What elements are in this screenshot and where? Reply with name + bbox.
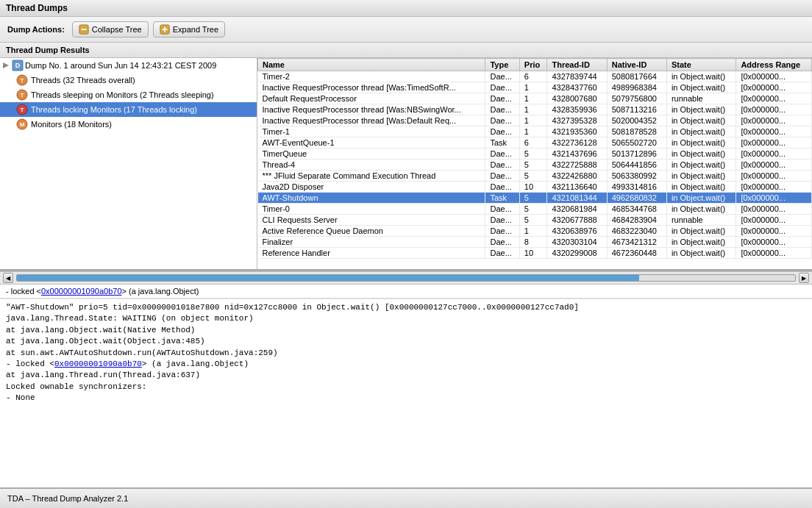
code-line: java.lang.Thread.State: WAITING (on obje… [6,313,806,324]
scrollbar-track[interactable] [16,274,796,282]
threads-table: Name Type Prio Thread-ID Native-ID State… [257,58,812,259]
table-cell: Dae... [485,226,519,237]
table-cell: Dae... [485,171,519,182]
table-row[interactable]: AWT-EventQueue-1Task64322736128506550272… [258,137,812,149]
table-row[interactable]: Timer-1Dae...143219353605081878528in Obj… [258,126,812,137]
threads-all-label: Threads (32 Threads overall) [31,76,135,85]
table-cell: 8 [519,237,547,248]
table-cell: 4685344768 [607,204,666,215]
table-cell: 4328437760 [547,82,607,93]
main-content: Thread Dump Results D Dump No. 1 around … [0,43,812,487]
scroll-left-button[interactable]: ◀ [3,273,13,283]
table-row[interactable]: FinalizerDae...843203031044673421312in O… [258,237,812,248]
expand-icon [160,24,170,35]
tree-threads-locking[interactable]: T Threads locking Monitors (17 Threads l… [0,102,257,117]
table-cell: Task [485,193,519,204]
table-row[interactable]: Active Reference Queue DaemonDae...14320… [258,226,812,237]
table-cell: 4962680832 [607,193,666,204]
table-cell: 5081878528 [607,126,666,137]
table-cell: Dae... [485,126,519,137]
table-row[interactable]: Java2D DisposerDae...1043211366404993314… [258,182,812,193]
code-lock-link[interactable]: 0x00000001090a0b70 [54,359,142,368]
dump-actions-label: Dump Actions: [7,25,65,34]
col-name: Name [258,59,485,71]
table-row[interactable]: Inactive RequestProcessor thread [Was:Ti… [258,82,812,93]
expand-tree-button[interactable]: Expand Tree [153,21,225,37]
table-cell: in Object.wait() [666,182,736,193]
table-cell: 5 [519,160,547,171]
table-row[interactable]: Default RequestProcessorDae...1432800768… [258,93,812,104]
col-native-id: Native-ID [607,59,666,71]
code-line: at java.lang.Thread.run(Thread.java:637) [6,370,806,381]
collapse-tree-button[interactable]: Collapse Tree [72,21,149,37]
table-cell: [0x000000... [736,115,812,126]
table-row[interactable]: CLI Requests ServerDae...543206778884684… [258,215,812,226]
table-row[interactable]: Timer-0Dae...543206819844685344768in Obj… [258,204,812,215]
tree-threads-all[interactable]: T Threads (32 Threads overall) [0,73,257,87]
table-cell: [0x000000... [736,215,812,226]
table-row[interactable]: Reference HandlerDae...10432029900846723… [258,248,812,259]
table-cell: in Object.wait() [666,71,736,82]
svg-text:T: T [21,92,24,99]
table-cell: 5064441856 [607,160,666,171]
svg-text:T: T [21,107,24,113]
table-panel[interactable]: Name Type Prio Thread-ID Native-ID State… [257,58,812,269]
col-address: Address Range [736,59,812,71]
table-cell: TimerQueue [258,149,485,160]
table-cell: CLI Requests Server [258,215,485,226]
table-cell: 5063380992 [607,171,666,182]
footer-label: TDA – Thread Dump Analyzer 2.1 [7,494,128,503]
table-cell: Default RequestProcessor [258,93,485,104]
table-cell: Timer-2 [258,71,485,82]
table-row[interactable]: AWT-ShutdownTask543210813444962680832in … [258,193,812,204]
table-body: Timer-2Dae...643278397445080817664in Obj… [258,71,812,259]
table-cell: in Object.wait() [666,126,736,137]
table-cell: in Object.wait() [666,149,736,160]
table-cell: 1 [519,226,547,237]
table-cell: 4672360448 [607,248,666,259]
table-cell: Dae... [485,182,519,193]
table-row[interactable]: *** JFluid Separate Command Execution Th… [258,171,812,182]
table-cell: 1 [519,104,547,115]
tree-threads-sleeping[interactable]: T Threads sleeping on Monitors (2 Thread… [0,87,257,102]
col-prio: Prio [519,59,547,71]
table-cell: in Object.wait() [666,248,736,259]
table-cell: [0x000000... [736,226,812,237]
table-cell: 4327395328 [547,115,607,126]
tree-dump-node[interactable]: D Dump No. 1 around Sun Jun 14 12:43:21 … [0,58,257,73]
table-cell: in Object.wait() [666,104,736,115]
svg-marker-5 [3,62,9,68]
tree-monitors[interactable]: M Monitors (18 Monitors) [0,117,257,132]
table-cell: in Object.wait() [666,226,736,237]
table-cell: [0x000000... [736,248,812,259]
table-cell: runnable [666,93,736,104]
table-row[interactable]: Inactive RequestProcessor thread [Was:NB… [258,104,812,115]
table-cell: in Object.wait() [666,237,736,248]
table-cell: 10 [519,248,547,259]
table-cell: [0x000000... [736,82,812,93]
lock-address-link[interactable]: 0x00000001090a0b70 [41,287,122,296]
scroll-right-button[interactable]: ▶ [799,273,809,283]
code-panel[interactable]: "AWT-Shutdown" prio=5 tid=0x00000001018e… [0,298,812,487]
table-cell: 5 [519,204,547,215]
table-cell: 6 [519,71,547,82]
table-cell: in Object.wait() [666,82,736,93]
code-lines: "AWT-Shutdown" prio=5 tid=0x00000001018e… [6,302,806,404]
table-row[interactable]: Inactive RequestProcessor thread [Was:De… [258,115,812,126]
table-cell: *** JFluid Separate Command Execution Th… [258,171,485,182]
svg-text:T: T [21,77,24,84]
table-cell: 4328007680 [547,93,607,104]
table-cell: 4321935360 [547,126,607,137]
threads-locking-label: Threads locking Monitors (17 Threads loc… [31,105,197,114]
svg-text:D: D [15,62,21,69]
table-cell: [0x000000... [736,126,812,137]
table-cell: Dae... [485,160,519,171]
scroll-area[interactable]: ◀ ▶ [0,271,812,285]
table-cell: 5020004352 [607,115,666,126]
table-cell: [0x000000... [736,137,812,149]
table-row[interactable]: TimerQueueDae...543214376965013712896in … [258,149,812,160]
table-cell: Dae... [485,71,519,82]
table-cell: Dae... [485,237,519,248]
table-row[interactable]: Timer-2Dae...643278397445080817664in Obj… [258,71,812,82]
table-row[interactable]: Thread-4Dae...543227258885064441856in Ob… [258,160,812,171]
